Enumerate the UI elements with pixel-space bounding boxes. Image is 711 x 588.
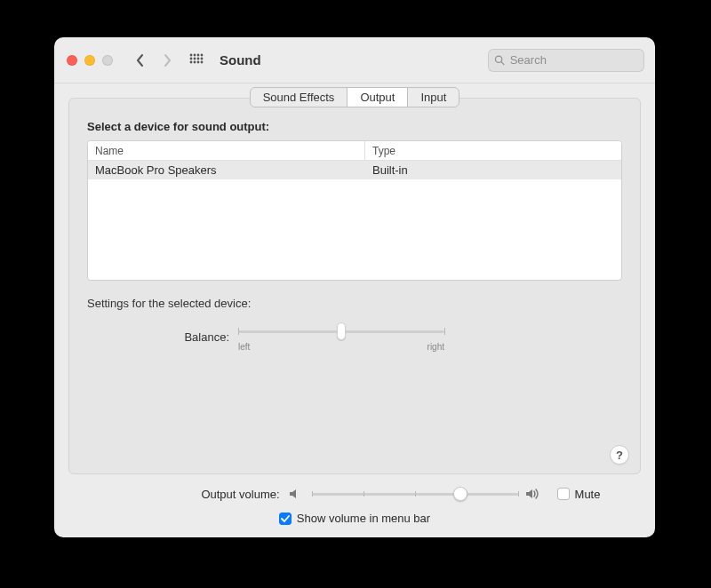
balance-right-label: right (427, 342, 444, 352)
balance-left-label: left (238, 342, 250, 352)
svg-point-2 (197, 53, 200, 56)
device-type: Built-in (365, 163, 621, 177)
device-name: MacBook Pro Speakers (88, 163, 365, 177)
svg-point-0 (190, 53, 193, 56)
close-window-button[interactable] (67, 55, 77, 66)
tab-input[interactable]: Input (408, 88, 459, 107)
svg-line-13 (501, 62, 504, 65)
mute-checkbox[interactable] (557, 488, 570, 500)
svg-point-9 (194, 60, 196, 63)
main-panel: Sound Effects Output Input Select a devi… (68, 98, 641, 474)
speaker-high-icon (525, 488, 543, 500)
output-volume-slider[interactable] (312, 485, 518, 503)
preferences-window: Sound Sound Effects Output Input Select … (54, 37, 655, 537)
settings-heading: Settings for the selected device: (87, 297, 622, 310)
window-controls (67, 55, 113, 66)
help-button[interactable]: ? (610, 445, 629, 465)
svg-point-6 (197, 57, 200, 60)
select-device-label: Select a device for sound output: (87, 120, 622, 133)
balance-knob[interactable] (337, 322, 346, 340)
search-field-wrap[interactable] (488, 49, 644, 72)
svg-point-3 (201, 53, 204, 56)
menubar-label: Show volume in menu bar (297, 512, 430, 525)
device-row[interactable]: MacBook Pro Speakers Built-in (88, 161, 621, 179)
tabs: Sound Effects Output Input (69, 87, 640, 107)
svg-point-7 (201, 57, 204, 60)
device-table-header: Name Type (88, 141, 621, 161)
tab-segment: Sound Effects Output Input (250, 87, 460, 107)
device-table: Name Type MacBook Pro Speakers Built-in (87, 140, 622, 281)
show-all-button[interactable] (186, 50, 207, 71)
search-input[interactable] (508, 52, 638, 68)
tab-output[interactable]: Output (348, 88, 408, 107)
mute-label: Mute (575, 488, 601, 501)
speaker-low-icon (287, 488, 305, 500)
bottom-controls: Output volume: (68, 474, 641, 527)
balance-row: Balance: left right (87, 322, 622, 352)
svg-point-10 (197, 60, 200, 63)
toolbar: Sound (54, 37, 655, 83)
balance-slider[interactable] (238, 322, 444, 340)
body-area: Sound Effects Output Input Select a devi… (54, 83, 655, 537)
show-volume-row[interactable]: Show volume in menu bar (68, 512, 641, 525)
mute-control[interactable]: Mute (557, 488, 601, 501)
search-icon (494, 54, 505, 66)
window-title: Sound (220, 52, 261, 68)
col-header-name[interactable]: Name (88, 141, 365, 160)
svg-point-8 (190, 60, 193, 63)
minimize-window-button[interactable] (84, 55, 95, 66)
volume-knob[interactable] (453, 487, 467, 501)
menubar-checkbox[interactable] (279, 513, 292, 525)
svg-point-5 (194, 57, 196, 60)
output-volume-label: Output volume: (109, 488, 280, 501)
svg-point-4 (190, 57, 193, 60)
col-header-type[interactable]: Type (365, 141, 621, 160)
balance-label: Balance: (87, 330, 238, 344)
back-button[interactable] (131, 47, 150, 74)
svg-point-11 (201, 60, 204, 63)
svg-point-1 (194, 53, 196, 56)
zoom-window-button[interactable] (102, 55, 113, 66)
tab-sound-effects[interactable]: Sound Effects (251, 88, 348, 107)
forward-button[interactable] (157, 47, 177, 74)
output-volume-row: Output volume: (68, 485, 641, 503)
